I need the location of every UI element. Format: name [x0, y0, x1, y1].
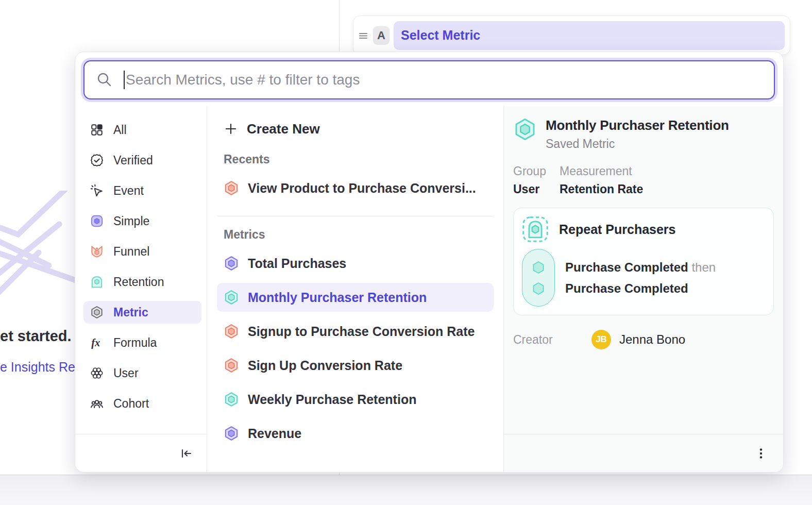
event-sequence-capsule — [522, 249, 555, 307]
sidebar-item-all[interactable]: All — [83, 119, 201, 141]
text-cursor — [124, 71, 125, 89]
metric-list-item-selected[interactable]: Monthly Purchaser Retention — [217, 283, 494, 312]
search-area: Search Metrics, use # to filter to tags — [75, 52, 783, 106]
search-icon — [96, 71, 113, 89]
sidebar-footer — [75, 434, 207, 472]
svg-text:fx: fx — [91, 337, 100, 349]
metric-detail-panel: Monthly Purchaser Retention Saved Metric… — [503, 106, 783, 472]
metric-list-item[interactable]: Sign Up Conversion Rate — [217, 351, 494, 380]
teal-metric-hexagon-icon-large — [513, 117, 537, 141]
create-new-button[interactable]: Create New — [217, 116, 494, 141]
select-metric-button[interactable]: Select Metric — [394, 21, 785, 50]
sidebar-item-label: Funnel — [113, 245, 149, 259]
metric-list-item[interactable]: Weekly Purchase Retention — [217, 385, 494, 414]
detail-title: Monthly Purchaser Retention — [546, 117, 729, 133]
collapse-sidebar-icon[interactable] — [179, 446, 193, 461]
filter-sidebar: All Verified — [75, 106, 207, 472]
metric-list-item[interactable]: Signup to Purchase Conversion Rate — [217, 317, 494, 346]
sidebar-item-label: All — [113, 123, 127, 137]
sidebar-item-formula[interactable]: fx Formula — [83, 331, 201, 354]
metric-picker-modal: Search Metrics, use # to filter to tags … — [75, 52, 784, 473]
search-input[interactable]: Search Metrics, use # to filter to tags — [83, 60, 775, 99]
background-get-started-text: et started. — [0, 328, 72, 345]
metric-item-label: Total Purchases — [248, 256, 346, 271]
sidebar-item-retention[interactable]: Retention — [83, 271, 201, 293]
metric-item-label: Revenue — [248, 426, 301, 441]
retention-cohort-icon — [522, 216, 549, 243]
kebab-menu-icon[interactable] — [754, 447, 768, 460]
sidebar-item-label: Verified — [113, 154, 153, 167]
purple-metric-hexagon-icon — [224, 256, 239, 271]
background-chart-illustration — [0, 191, 77, 304]
series-letter-badge: A — [373, 26, 390, 45]
retention-card-title: Repeat Purchasers — [559, 222, 676, 237]
metric-hexagon-icon — [90, 306, 104, 319]
creator-name: Jenna Bono — [619, 332, 685, 347]
search-placeholder: Search Metrics, use # to filter to tags — [126, 72, 360, 88]
sidebar-item-label: Event — [113, 184, 144, 198]
create-new-label: Create New — [247, 121, 320, 137]
measurement-label: Measurement — [560, 164, 643, 178]
event-cursor-icon — [90, 184, 104, 197]
detail-header: Monthly Purchaser Retention Saved Metric — [513, 117, 774, 151]
sidebar-item-verified[interactable]: Verified — [83, 149, 201, 172]
metric-list-item[interactable]: Revenue — [217, 419, 494, 448]
teal-metric-hexagon-icon — [224, 392, 239, 407]
retention-step-2: Purchase Completed — [565, 278, 716, 299]
sidebar-item-label: Metric — [113, 306, 148, 319]
purple-metric-hexagon-icon — [224, 426, 239, 441]
teal-metric-hexagon-icon — [224, 290, 239, 305]
sidebar-item-event[interactable]: Event — [83, 179, 201, 202]
cohort-people-icon — [90, 397, 104, 410]
recent-item[interactable]: View Product to Purchase Conversi... — [217, 174, 494, 203]
metric-item-label: Weekly Purchase Retention — [248, 392, 416, 407]
creator-avatar: JB — [591, 330, 611, 349]
sidebar-item-user[interactable]: User — [83, 362, 201, 384]
detail-properties: Group User Measurement Retention Rate — [513, 164, 774, 196]
creator-row: Creator JB Jenna Bono — [513, 330, 774, 349]
group-label: Group — [513, 164, 560, 178]
metric-item-label: Monthly Purchaser Retention — [248, 290, 427, 305]
retention-icon — [90, 275, 104, 289]
orange-metric-hexagon-icon — [224, 324, 239, 339]
group-value: User — [513, 182, 560, 196]
recent-item-label: View Product to Purchase Conversi... — [248, 181, 476, 196]
metric-query-row: A Select Metric — [353, 15, 790, 55]
event-hexagon-icon — [531, 281, 546, 296]
sidebar-item-label: Formula — [113, 336, 157, 350]
background-insights-link[interactable]: e Insights Re — [0, 360, 75, 375]
formula-icon: fx — [90, 336, 104, 349]
drag-handle-icon[interactable] — [358, 29, 369, 42]
sidebar-item-simple[interactable]: Simple — [83, 210, 201, 232]
creator-label: Creator — [513, 333, 591, 347]
plus-icon — [224, 122, 238, 136]
sidebar-item-metric[interactable]: Metric — [83, 301, 201, 324]
simple-metric-icon — [90, 214, 104, 228]
then-connector: then — [691, 260, 716, 274]
sidebar-item-label: Retention — [113, 275, 164, 289]
sidebar-item-label: Simple — [113, 214, 149, 228]
sidebar-item-funnel[interactable]: Funnel — [83, 240, 201, 263]
detail-subtitle: Saved Metric — [546, 137, 729, 151]
event-hexagon-icon — [531, 260, 546, 275]
funnel-metric-hexagon-icon — [224, 180, 239, 196]
sidebar-item-label: Cohort — [113, 397, 149, 411]
detail-footer — [504, 434, 783, 472]
user-cluster-icon — [90, 366, 104, 380]
metrics-section-label: Metrics — [217, 228, 494, 242]
sidebar-item-cohort[interactable]: Cohort — [83, 392, 201, 415]
grid-icon — [90, 123, 104, 137]
orange-metric-hexagon-icon — [224, 358, 239, 373]
funnel-icon — [90, 245, 104, 258]
metric-item-label: Sign Up Conversion Rate — [248, 358, 402, 373]
metric-list-column: Create New Recents View Product to Purch… — [207, 106, 503, 472]
background-footer-band — [0, 475, 812, 505]
section-divider — [217, 216, 494, 216]
retention-definition-card: Repeat Purchasers Purchase Comp — [513, 208, 774, 315]
retention-step-1: Purchase Completed then — [565, 257, 716, 278]
metric-list-item[interactable]: Total Purchases — [217, 249, 494, 278]
recents-section-label: Recents — [217, 153, 494, 166]
measurement-value: Retention Rate — [560, 182, 643, 196]
verified-badge-icon — [90, 154, 104, 167]
sidebar-item-label: User — [113, 366, 139, 380]
